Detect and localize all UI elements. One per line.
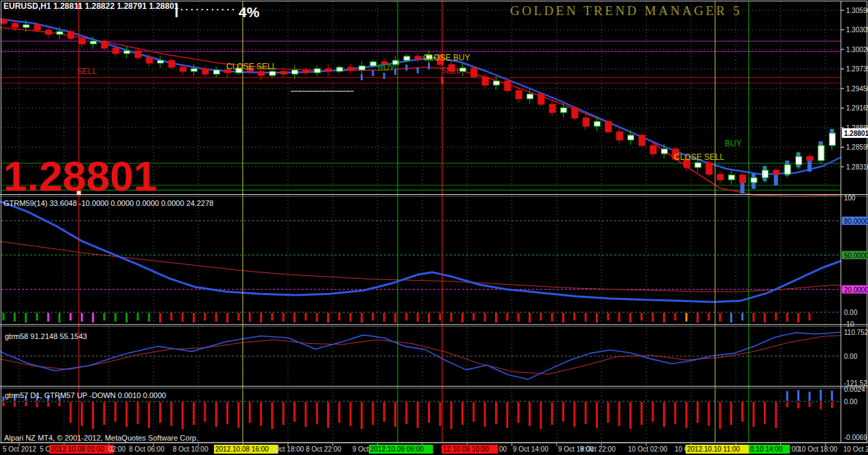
gtrm59-hist-bar [618,313,620,322]
gtrm59-hist-bar [529,313,531,323]
gtrm57-down-bar [3,402,5,406]
price-axis[interactable] [841,1,868,443]
time-axis[interactable] [0,443,868,455]
mt4-chart-window: GOLDEN TREND MANAGER 5 1.305901.303051.3… [0,0,868,455]
gtrm57-down-bar [103,402,105,425]
gtrm57-down-bar [36,402,38,408]
gtrm59-hist-bar [663,313,665,323]
candle-body [191,69,197,71]
gtrm59-hist-bar [237,313,239,320]
candle-body [829,133,835,145]
gtrm59-hist-bar [136,313,138,320]
gtrm59-hist-bar [428,313,430,323]
gtrm57-down-bar [629,402,631,429]
gtrm59-hist-bar [58,313,60,323]
gtrm59-hist-bar [271,313,273,320]
gtrm59-hist-bar [316,313,318,322]
gtrm59-hist-bar [607,313,609,320]
buy-arrow [405,65,407,71]
candle-body [370,62,376,66]
gtrm57-down-bar [652,402,654,422]
gtrm57-down-bar [125,402,128,427]
gtrm57-down-bar [808,402,810,407]
candle-body [314,69,320,73]
gtrm59-hist-bar [797,313,799,323]
candle-body [572,108,578,118]
gtrm59-hist-bar [372,313,374,320]
candle-body [762,170,768,178]
gtrm57-down-bar [484,402,486,427]
trade-label-close-sell: CLOSE SELL [226,62,277,71]
gtrm57-down-bar [159,402,161,423]
gtrm57-down-bar [417,402,419,428]
gtrm59-hist-bar [786,313,788,322]
gtrm57-down-bar [193,402,195,425]
gtrm57-down-bar [719,402,721,429]
trade-label-sell: SELL [77,67,97,76]
candle-body [258,71,265,75]
gtrm57-down-bar [686,402,688,428]
candle-body [158,60,164,63]
candle-body [482,77,488,85]
trade-label-close-sell: CLOSE SELL [674,152,725,162]
percent-dot [191,9,193,10]
gtrm57-down-bar [58,402,60,406]
candle-body [807,156,813,161]
gtrm59-hist-bar [540,313,542,320]
percent-indicator-label: 4% [239,4,260,20]
gtrm57-down-bar [405,402,407,424]
gtrm57-down-bar [618,402,620,426]
candle-body [505,81,511,91]
gtrm57-up-bar [786,391,788,401]
gtrm57-down-bar [372,402,374,425]
trade-label-buy: BUY [378,63,395,73]
gtrm57-down-bar [786,402,788,408]
candle-body [605,121,612,132]
buy-arrow [417,67,419,73]
candle-body [337,67,343,71]
gtrm59-hist-bar [518,313,520,322]
candle-body [303,70,309,73]
gtrm57-down-bar [383,402,385,422]
gtrm59-hist-bar [394,313,396,323]
gtrm59-hist-bar [148,313,150,322]
gtrm57-down-bar [551,402,553,425]
candle-body [627,135,634,140]
candle-body [1,19,7,23]
big-price-readout: 1.28801 [3,152,157,200]
gtrm57-down-bar [114,402,117,422]
candle-body [135,51,141,58]
candle-body [415,56,421,59]
gtrm57-down-bar [350,402,352,426]
gtrm57-down-bar [14,402,16,407]
gtrm57-down-bar [506,402,508,428]
gtrm57-down-bar [282,402,285,425]
gtrm59-hist-bar [697,313,699,323]
mt4-chart-canvas[interactable]: GOLDEN TREND MANAGER 5 1.305901.303051.3… [0,0,868,455]
gtrm59-hist-bar [304,313,306,320]
gtrm57-down-bar [47,402,49,407]
gtrm59-hist-bar [596,313,598,323]
percent-dot [212,9,213,10]
candle-body [12,23,18,27]
gtrm57-down-bar [394,402,396,427]
gtrm59-hist-bar [193,313,195,323]
candle-body [269,71,276,75]
gtrm57-down-bar [182,402,184,429]
gtrm57-down-bar [540,402,542,429]
gtrm59-hist-bar [439,313,441,320]
candle-body [583,118,589,126]
percent-dot [207,9,208,10]
gtrm59-hist-bar [170,313,172,320]
gtrm57-down-bar [741,402,743,422]
gtrm59-hist-bar [450,313,453,322]
gtrm59-hist-bar [14,313,16,322]
gtrm59-hist-bar [686,313,688,322]
candle-body [348,67,354,70]
gtrm57-down-bar [338,402,340,423]
gtrm57-down-bar [596,402,598,428]
candle-body [326,69,332,71]
trade-label-buy: BUY [725,139,742,148]
gtrm59-hist-bar [36,313,38,320]
candle-body [280,71,287,74]
